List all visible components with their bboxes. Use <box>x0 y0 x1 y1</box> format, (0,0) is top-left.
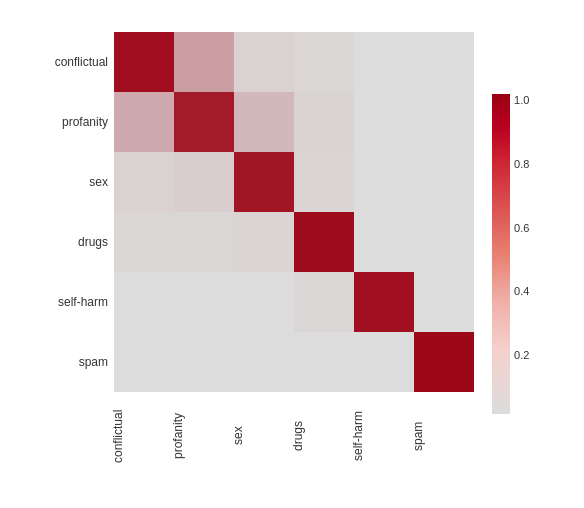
heatmap-with-ylabels: conflictualprofanitysexdrugsself-harmspa… <box>55 32 474 392</box>
y-label: drugs <box>55 212 108 272</box>
colorbar <box>492 94 510 414</box>
heatmap-cell <box>174 332 234 392</box>
heatmap-cell <box>234 32 294 92</box>
colorbar-wrapper: 1.00.80.60.40.2 <box>492 74 529 434</box>
y-label: sex <box>55 152 108 212</box>
heatmap-cell <box>294 212 354 272</box>
heatmap-cell <box>114 332 174 392</box>
heatmap-cell <box>174 212 234 272</box>
chart-container: conflictualprofanitysexdrugsself-harmspa… <box>12 9 572 499</box>
heatmap-cell <box>294 92 354 152</box>
heatmap-cell <box>294 272 354 332</box>
heatmap-cell <box>234 272 294 332</box>
heatmap-cell <box>174 152 234 212</box>
colorbar-with-labels: 1.00.80.60.40.2 <box>492 94 529 414</box>
heatmap-cell <box>354 272 414 332</box>
y-label: self-harm <box>55 272 108 332</box>
x-label: spam <box>411 396 471 476</box>
heatmap-cell <box>294 32 354 92</box>
x-label: drugs <box>291 396 351 476</box>
colorbar-tick-label: 0.4 <box>514 285 529 297</box>
heatmap-cell <box>414 92 474 152</box>
colorbar-tick-label: 1.0 <box>514 94 529 106</box>
heatmap-cell <box>234 152 294 212</box>
heatmap-cell <box>114 212 174 272</box>
heatmap-cell <box>354 92 414 152</box>
y-label: conflictual <box>55 32 108 92</box>
colorbar-tick-labels: 1.00.80.60.40.2 <box>510 94 529 414</box>
heatmap-cell <box>414 212 474 272</box>
heatmap-cell <box>414 32 474 92</box>
x-labels: conflictualprofanitysexdrugsself-harmspa… <box>111 396 471 476</box>
x-label: self-harm <box>351 396 411 476</box>
heatmap-wrapper: conflictualprofanitysexdrugsself-harmspa… <box>55 32 474 476</box>
main-area: conflictualprofanitysexdrugsself-harmspa… <box>55 32 530 476</box>
x-label: conflictual <box>111 396 171 476</box>
heatmap-cell <box>114 272 174 332</box>
heatmap-cell <box>174 32 234 92</box>
heatmap-cell <box>354 332 414 392</box>
heatmap-cell <box>354 212 414 272</box>
heatmap-cell <box>294 152 354 212</box>
heatmap-cell <box>294 332 354 392</box>
heatmap-cell <box>414 272 474 332</box>
x-label: profanity <box>171 396 231 476</box>
heatmap-cell <box>414 152 474 212</box>
heatmap-cell <box>114 92 174 152</box>
heatmap-cell <box>354 152 414 212</box>
heatmap-cell <box>234 332 294 392</box>
heatmap-cell <box>114 152 174 212</box>
y-labels: conflictualprofanitysexdrugsself-harmspa… <box>55 32 108 392</box>
heatmap-cell <box>234 92 294 152</box>
x-label: sex <box>231 396 291 476</box>
colorbar-tick-label: 0.8 <box>514 158 529 170</box>
heatmap-cell <box>354 32 414 92</box>
heatmap-cell <box>234 212 294 272</box>
heatmap-cell <box>414 332 474 392</box>
colorbar-tick-label: 0.6 <box>514 222 529 234</box>
heatmap-cell <box>174 272 234 332</box>
y-label: spam <box>55 332 108 392</box>
y-label: profanity <box>55 92 108 152</box>
heatmap-grid <box>114 32 474 392</box>
heatmap-cell <box>114 32 174 92</box>
colorbar-tick-label: 0.2 <box>514 349 529 361</box>
heatmap-cell <box>174 92 234 152</box>
